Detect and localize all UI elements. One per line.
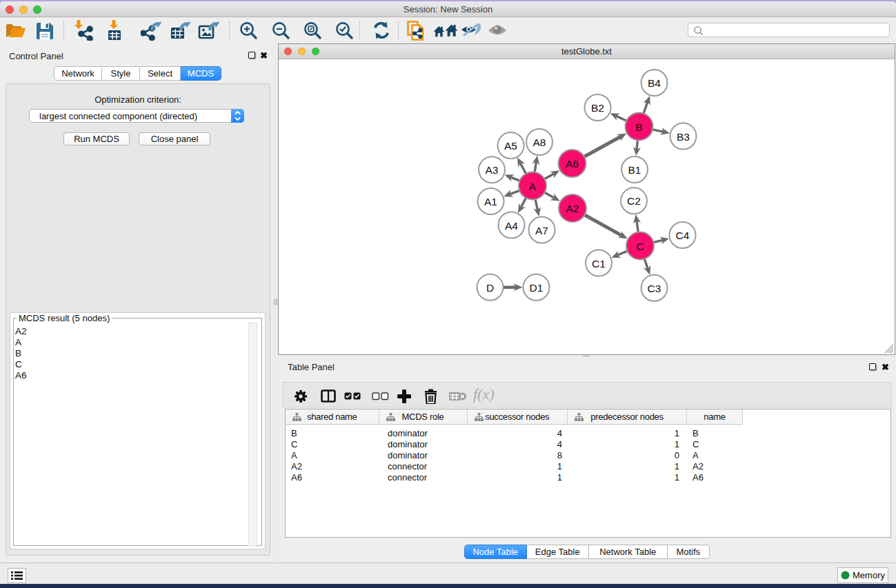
svg-text:B: B (635, 121, 642, 133)
svg-text:C4: C4 (676, 230, 690, 241)
svg-text:C: C (636, 241, 644, 252)
svg-text:B1: B1 (628, 164, 641, 176)
svg-text:C3: C3 (648, 283, 661, 294)
svg-text:C2: C2 (627, 195, 641, 207)
svg-text:A8: A8 (533, 136, 546, 148)
svg-text:A4: A4 (505, 220, 518, 232)
svg-text:A1: A1 (484, 196, 497, 207)
svg-text:A7: A7 (535, 225, 548, 236)
svg-text:C1: C1 (592, 258, 606, 270)
svg-text:A3: A3 (486, 164, 499, 176)
svg-text:B3: B3 (677, 131, 690, 143)
svg-text:D1: D1 (530, 282, 544, 294)
svg-text:D: D (486, 282, 494, 294)
svg-text:A5: A5 (504, 140, 517, 152)
svg-text:B4: B4 (648, 77, 661, 89)
svg-text:A2: A2 (566, 203, 579, 214)
svg-text:B2: B2 (591, 102, 604, 114)
svg-text:A: A (529, 181, 537, 192)
svg-text:A6: A6 (566, 158, 579, 170)
